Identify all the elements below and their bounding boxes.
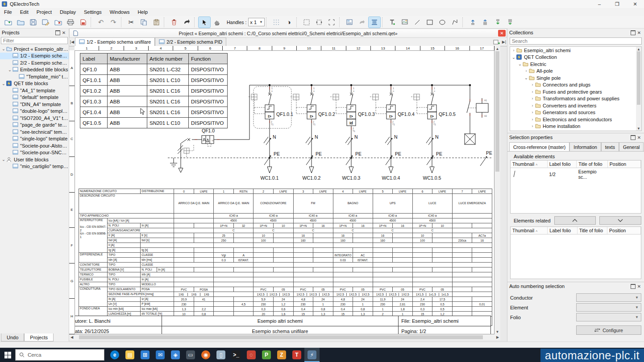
collections-tree-item[interactable]: ›All-pole — [510, 68, 641, 75]
close-button[interactable]: ✕ — [626, 0, 644, 8]
selection-tab[interactable]: Information — [569, 142, 601, 151]
taskbar-app-app-orange[interactable]: Z — [274, 348, 289, 362]
raise-icon[interactable] — [467, 17, 478, 28]
conductor-select[interactable]: ▼ — [576, 293, 641, 302]
collections-search-input[interactable] — [510, 37, 642, 45]
chevron-right-icon[interactable]: › — [530, 90, 535, 94]
chevron-right-icon[interactable]: › — [530, 117, 535, 122]
chevron-right-icon[interactable]: › — [530, 103, 535, 108]
close-panel-icon[interactable]: ✕ — [636, 30, 642, 36]
edit-columns-icon[interactable] — [369, 17, 380, 28]
menu-edit[interactable]: Edit — [16, 8, 33, 16]
component-table-row[interactable]: QF1.0.4ABBSN201 L C16DISPOSITIVO — [80, 107, 228, 118]
projects-tree-item[interactable]: "ISO7200_A4_V1" templ... — [0, 115, 69, 122]
collections-tree-item[interactable]: ›Transformators and power supplies — [510, 95, 641, 103]
save-as-icon[interactable] — [40, 17, 51, 28]
draw-rect-icon[interactable] — [424, 17, 436, 28]
collections-tree-item[interactable]: ⌄Single pole — [510, 74, 641, 82]
chevron-right-icon[interactable]: › — [530, 124, 535, 128]
projects-tree-item[interactable]: "Template_mio" te... — [0, 73, 69, 80]
close-panel-icon[interactable]: ✕ — [636, 135, 642, 140]
titleblock-editor-icon[interactable] — [344, 17, 355, 28]
projects-tree-item[interactable]: "single-logo" template — [0, 136, 69, 143]
component-table-row[interactable]: QF1.0.1ABBSN201 L C10DISPOSITIVO — [80, 75, 228, 86]
projects-tree-item[interactable]: "A4_1" template — [0, 87, 69, 94]
list-header[interactable]: Position — [607, 160, 640, 168]
chevron-right-icon[interactable]: › — [524, 69, 529, 73]
projects-tree-item[interactable]: 1/2 - Esempio schema ... — [0, 53, 69, 60]
close-project-icon[interactable] — [52, 17, 64, 28]
list-header[interactable]: Position — [607, 227, 641, 234]
projects-filter-input[interactable] — [1, 37, 68, 44]
redo-icon[interactable]: ↷ — [108, 17, 119, 28]
taskbar-app-edge[interactable]: e — [107, 348, 122, 362]
open-project-icon[interactable] — [15, 17, 26, 28]
list-header[interactable]: Label folio — [548, 227, 577, 234]
vertical-scrollbar[interactable]: ▲ ▼ — [494, 46, 500, 334]
antialias-icon[interactable]: ◑ — [283, 17, 295, 28]
available-element-row[interactable]: 1/2Esempio sc... — [511, 168, 641, 181]
component-table-row[interactable]: QF1.0.5ABBSN201 L C10DISPOSITIVO — [80, 118, 228, 128]
float-panel-icon[interactable] — [630, 284, 636, 289]
copy-icon[interactable] — [138, 17, 150, 28]
selection-tab[interactable]: Cross-reference (master) — [509, 142, 569, 151]
cut-icon[interactable]: ✂ — [125, 17, 137, 28]
list-header[interactable]: Thumbnail ˄ — [511, 227, 548, 234]
menu-display[interactable]: Display — [56, 8, 80, 16]
undo-icon[interactable]: ↶ — [95, 17, 107, 28]
start-button[interactable] — [0, 348, 15, 362]
taskbar-app-photos[interactable]: ◈ — [168, 348, 183, 362]
bring-to-front-icon[interactable] — [479, 17, 491, 28]
menu-settings[interactable]: Settings — [80, 8, 106, 16]
projects-tree-item[interactable]: "default" template — [0, 94, 69, 101]
move-up-button[interactable] — [554, 216, 596, 225]
selection-expand-icon[interactable] — [313, 17, 325, 28]
list-header[interactable]: Label folio — [547, 160, 577, 168]
folio-select[interactable]: ▼ — [576, 313, 641, 321]
taskbar-app-mail[interactable]: ✉ — [153, 348, 168, 362]
chevron-down-icon[interactable]: ⌄ — [517, 62, 523, 66]
last-folio-icon[interactable]: ▶| — [501, 38, 507, 46]
draw-line-icon[interactable] — [411, 17, 423, 28]
projects-tree-item[interactable]: "mio_cartiglio" template — [0, 163, 69, 170]
projects-tree-item[interactable]: "Societe-pour-Alstom2... — [0, 142, 69, 149]
taskbar-app-app-t-red[interactable]: T — [289, 348, 304, 362]
element-select[interactable]: ▼ — [576, 303, 641, 312]
chevron-right-icon[interactable]: › — [511, 48, 516, 53]
selection-tab[interactable]: texts — [601, 142, 619, 151]
taskbar-app-app-disc[interactable]: ◌ — [244, 348, 259, 362]
restore-button[interactable]: ❐ — [608, 0, 626, 8]
export-icon[interactable] — [77, 17, 89, 28]
add-folio-icon[interactable] — [491, 38, 501, 46]
pan-mode-icon[interactable] — [211, 17, 223, 28]
taskbar-app-store[interactable]: ⊞ — [137, 348, 153, 362]
new-project-icon[interactable] — [2, 17, 14, 28]
taskbar-app-notes[interactable]: ▯ — [213, 348, 229, 362]
chevron-down-icon[interactable]: ⌄ — [1, 46, 6, 51]
projects-tree-item[interactable]: "DIN_A4" template — [0, 101, 69, 108]
select-mode-icon[interactable] — [199, 17, 210, 28]
taskbar-app-terminal[interactable]: >_ — [229, 348, 244, 362]
folio-canvas[interactable]: 1uI>QF1.0.12T1NPEWC1.0.11uI>QF1.0.22T1NP… — [75, 50, 494, 334]
minimize-button[interactable]: – — [590, 0, 608, 8]
taskbar-app-app-p-green[interactable]: P — [259, 348, 274, 362]
chevron-down-icon[interactable]: ⌄ — [511, 55, 516, 60]
print-icon[interactable] — [65, 17, 76, 28]
list-header[interactable]: Title of folio — [577, 227, 607, 234]
menu-file[interactable]: File — [0, 8, 16, 16]
component-table-row[interactable]: QF1.0ABBSN201 L-C32DISPOSITIVO — [80, 64, 228, 75]
projects-tree-item[interactable]: "page_de garde" templ... — [0, 122, 69, 129]
menu-project[interactable]: Project — [33, 8, 56, 16]
delete-icon[interactable] — [168, 17, 180, 28]
selection-area-icon[interactable] — [301, 17, 312, 28]
grid-icon[interactable] — [270, 17, 282, 28]
projects-tree-item[interactable]: ⌄Embedded title blocks — [0, 66, 69, 74]
horizontal-scrollbar[interactable]: ◀ ▶ — [69, 334, 500, 340]
chevron-right-icon[interactable]: › — [530, 96, 535, 101]
collections-tree-item[interactable]: ›Generators and sources — [510, 109, 641, 116]
chevron-down-icon[interactable]: ⌄ — [1, 81, 6, 86]
configure-button[interactable]: Configure — [576, 325, 641, 335]
float-panel-icon[interactable] — [630, 135, 636, 140]
draw-polyline-icon[interactable] — [449, 17, 461, 28]
project-window-close-icon[interactable]: ✕ — [498, 30, 506, 37]
